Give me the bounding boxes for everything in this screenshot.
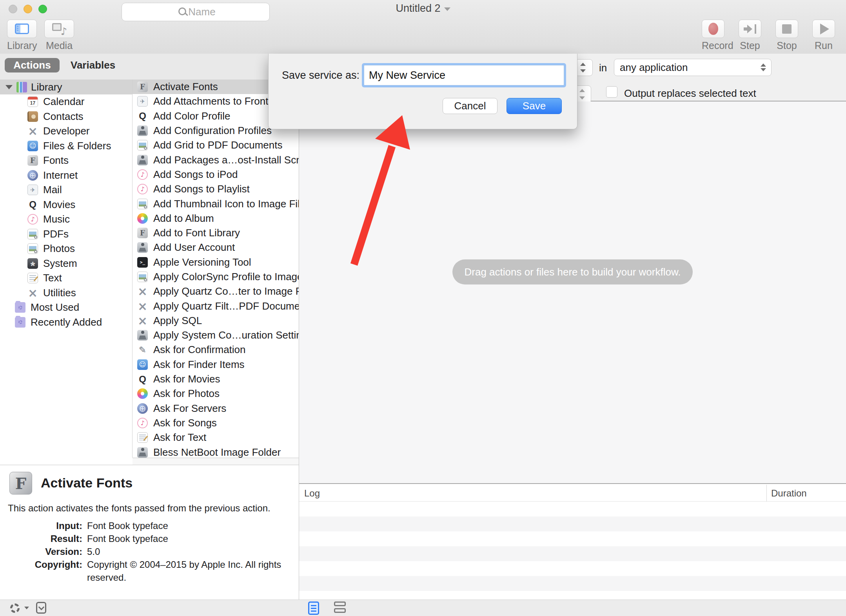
action-item-add-songs-to-playlist[interactable]: Add Songs to Playlist — [133, 182, 299, 196]
log-row — [299, 531, 846, 546]
action-item-add-to-album[interactable]: Add to Album — [133, 211, 299, 226]
action-item-add-user-account[interactable]: Add User Account — [133, 240, 299, 255]
quicktime-icon — [27, 199, 38, 210]
action-item-ask-for-songs[interactable]: Ask for Songs — [133, 416, 299, 430]
log-panel: Log Duration — [299, 485, 846, 600]
sidebar-item-fonts[interactable]: Fonts — [0, 153, 132, 168]
sidebar-item-internet[interactable]: Internet — [0, 168, 132, 183]
sidebar-item-most-used[interactable]: Most Used — [0, 300, 132, 315]
action-item-bless-netboot-image-folder[interactable]: Bless NetBoot Image Folder — [133, 445, 299, 458]
cancel-button[interactable]: Cancel — [443, 98, 497, 114]
sidebar-item-text[interactable]: Text — [0, 271, 132, 286]
search-input[interactable] — [122, 3, 270, 21]
sidebar-item-contacts[interactable]: Contacts — [0, 109, 132, 124]
actions-list-scroll-track[interactable] — [133, 458, 299, 465]
search-icon — [178, 7, 186, 15]
sidebar-item-music[interactable]: Music — [0, 212, 132, 227]
action-item-add-grid-to-pdf-documents[interactable]: Add Grid to PDF Documents — [133, 138, 299, 152]
action-item-ask-for-movies[interactable]: Ask for Movies — [133, 372, 299, 386]
action-item-add-thumbnail-icon-to-image-files[interactable]: Add Thumbnail Icon to Image Files — [133, 196, 299, 211]
sidebar-item-label: Developer — [43, 125, 90, 137]
library-button[interactable] — [7, 20, 37, 38]
fontbook-icon — [137, 228, 148, 238]
save-service-as-label: Save service as: — [272, 69, 359, 82]
sidebar-item-pdfs[interactable]: PDFs — [0, 227, 132, 242]
gear-chevron-icon[interactable] — [24, 607, 29, 609]
quicktime-icon — [137, 374, 148, 384]
sidebar-item-utilities[interactable]: Utilities — [0, 286, 132, 301]
xtools-icon — [27, 126, 38, 136]
stop-icon — [782, 24, 792, 34]
record-button[interactable] — [702, 20, 724, 38]
action-item-label: Add Attachments to Front Me — [153, 95, 285, 107]
action-item-label: Add to Album — [153, 212, 214, 225]
description-field-value: Font Book typeface — [87, 532, 292, 545]
action-item-ask-for-finder-items[interactable]: Ask for Finder Items — [133, 357, 299, 372]
action-item-add-to-font-library[interactable]: Add to Font Library — [133, 226, 299, 240]
action-item-ask-for-confirmation[interactable]: Ask for Confirmation — [133, 342, 299, 357]
action-item-apply-quartz-co-ter-to-image-files[interactable]: Apply Quartz Co…ter to Image Files — [133, 284, 299, 299]
action-item-apple-versioning-tool[interactable]: Apple Versioning Tool — [133, 255, 299, 270]
sidebar-item-files-folders[interactable]: Files & Folders — [0, 139, 132, 154]
log-row — [299, 546, 846, 561]
duration-column-header[interactable]: Duration — [771, 488, 807, 499]
sidebar-item-movies[interactable]: Movies — [0, 197, 132, 212]
action-item-label: Apply Quartz Filt…PDF Documents — [153, 300, 299, 312]
action-item-add-songs-to-ipod[interactable]: Add Songs to iPod — [133, 167, 299, 182]
sidebar-item-calendar[interactable]: Calendar — [0, 94, 132, 109]
sidebar-item-label: Text — [43, 272, 62, 284]
action-item-ask-for-photos[interactable]: Ask for Photos — [133, 386, 299, 401]
run-button[interactable] — [812, 20, 835, 38]
service-name-field[interactable] — [364, 65, 564, 85]
textedit-icon — [27, 273, 38, 283]
sidebar-item-label: Calendar — [43, 96, 85, 108]
log-view-panes-icon[interactable] — [334, 602, 346, 613]
disclosure-triangle-icon[interactable] — [5, 85, 13, 89]
tab-variables[interactable]: Variables — [66, 58, 120, 72]
log-row — [299, 576, 846, 591]
sidebar-item-system[interactable]: System — [0, 256, 132, 271]
log-column-header[interactable]: Log — [304, 488, 320, 499]
installer-icon — [137, 242, 148, 253]
action-item-ask-for-text[interactable]: Ask for Text — [133, 430, 299, 445]
action-item-label: Ask For Servers — [153, 402, 226, 415]
description-field: Result:Font Book typeface — [7, 532, 292, 545]
gear-icon[interactable] — [10, 603, 20, 613]
description-field-label: Input: — [7, 519, 82, 532]
library-button-label: Library — [7, 40, 37, 51]
media-button[interactable] — [44, 20, 74, 38]
action-item-ask-for-servers[interactable]: Ask For Servers — [133, 401, 299, 416]
action-item-label: Apply ColorSync Profile to Images — [153, 271, 299, 283]
mail-icon — [27, 185, 38, 195]
drag-hint-pill: Drag actions or files here to build your… — [452, 259, 692, 284]
textedit-icon — [137, 432, 148, 443]
preview-icon — [27, 229, 38, 239]
sidebar-item-developer[interactable]: Developer — [0, 124, 132, 139]
sidebar-item-label: Contacts — [43, 111, 84, 123]
contacts-icon — [27, 111, 38, 122]
sidebar-item-library[interactable]: Library — [0, 80, 132, 94]
action-item-label: Apply Quartz Co…ter to Image Files — [153, 285, 299, 297]
application-select[interactable]: any application — [614, 59, 772, 76]
status-bar — [0, 600, 846, 616]
fontbook-icon: F — [9, 472, 32, 495]
sidebar-item-photos[interactable]: Photos — [0, 241, 132, 256]
title-chevron-icon[interactable] — [444, 7, 450, 11]
preview-icon — [27, 243, 38, 254]
sidebar-item-mail[interactable]: Mail — [0, 183, 132, 197]
output-replaces-checkbox[interactable] — [606, 86, 617, 98]
sidebar-item-recently-added[interactable]: Recently Added — [0, 315, 132, 330]
action-item-apply-quartz-filt-pdf-documents[interactable]: Apply Quartz Filt…PDF Documents — [133, 299, 299, 313]
sidebar-item-label: Fonts — [43, 154, 69, 167]
media-panel-toggle-icon[interactable] — [36, 602, 46, 614]
stop-button[interactable] — [775, 20, 798, 38]
action-item-apply-colorsync-profile-to-images[interactable]: Apply ColorSync Profile to Images — [133, 270, 299, 284]
action-item-apply-sql[interactable]: Apply SQL — [133, 313, 299, 328]
workflow-canvas[interactable] — [299, 101, 846, 484]
save-button[interactable]: Save — [507, 98, 562, 114]
log-view-list-icon[interactable] — [308, 602, 319, 615]
step-button[interactable] — [739, 20, 761, 38]
action-item-add-packages-a-ost-install-scripts[interactable]: Add Packages a…ost-Install Scripts — [133, 152, 299, 167]
tab-actions[interactable]: Actions — [5, 58, 60, 72]
action-item-apply-system-co-uration-settings[interactable]: Apply System Co…uration Settings — [133, 328, 299, 342]
